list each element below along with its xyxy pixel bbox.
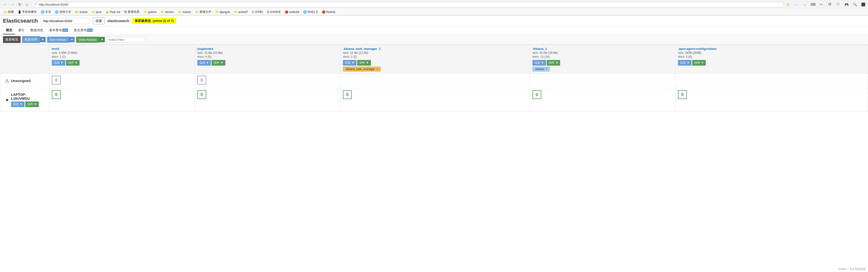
url-input[interactable] bbox=[41, 18, 90, 24]
bookmark-games[interactable]: 🌐 游戏大全 bbox=[54, 9, 73, 15]
game-icon[interactable]: 🎮 bbox=[843, 1, 849, 7]
bookmark-oracle[interactable]: 📂 oracle bbox=[74, 10, 89, 14]
more-icon[interactable]: ··· bbox=[794, 1, 799, 7]
action-btn-jtsgbindex[interactable]: 动作 ▼ bbox=[212, 60, 225, 65]
alias-badge-kibana1: .kibana ✕ bbox=[532, 66, 550, 72]
lightning-icon[interactable]: ⚡ bbox=[785, 1, 791, 7]
index-kibana-task-actions: 信息 ▼ 动作 ▼ bbox=[343, 60, 527, 65]
basic-query-add-button[interactable]: [+] bbox=[62, 28, 68, 32]
translate-icon[interactable]: 译 bbox=[827, 1, 833, 7]
bookmark-redhat[interactable]: 🔴 redhat6 bbox=[283, 10, 301, 14]
info-btn-kibana-task[interactable]: 信息 ▼ bbox=[343, 60, 356, 65]
view-aliases-button[interactable]: View Aliases bbox=[76, 36, 99, 43]
node-info-button[interactable]: 信息 ▼ bbox=[11, 102, 25, 107]
bookmark-jd[interactable]: 🌐 京东 bbox=[39, 9, 53, 15]
info-btn-kibana1[interactable]: 信息 ▼ bbox=[532, 60, 546, 65]
scissors-icon[interactable]: ✂ bbox=[818, 1, 824, 7]
index-jtsgbindex-actions: 信息 ▼ 动作 ▼ bbox=[197, 60, 338, 65]
view-aliases-btn-group: View Aliases ▼ bbox=[76, 36, 105, 43]
unassigned-label: ⚠ Unassigned bbox=[3, 76, 46, 86]
address-text: http://localhost:9100/ bbox=[39, 3, 781, 6]
action-btn-apm[interactable]: 动作 ▼ bbox=[692, 60, 706, 65]
reload-button[interactable]: ↻ bbox=[17, 1, 23, 7]
complex-query-add-button[interactable]: [+] bbox=[87, 28, 93, 32]
app-header: Elasticsearch 连接 elasticsearch 集群健康值: ye… bbox=[0, 16, 868, 27]
tab-data-browser[interactable]: 数据浏览 bbox=[28, 27, 46, 34]
back-button[interactable]: ← bbox=[2, 1, 8, 7]
tab-indices[interactable]: 索引 bbox=[15, 27, 28, 34]
node-action-button[interactable]: 动作 ▼ bbox=[25, 102, 39, 107]
home-button[interactable]: ⌂ bbox=[24, 1, 30, 7]
node-shard-jtsgbindex: 0 bbox=[195, 88, 340, 112]
index-name-kibana1: .kibana_1 bbox=[532, 47, 673, 51]
sort-order-dropdown[interactable]: ▼ bbox=[40, 37, 46, 42]
alias-close-kibana1[interactable]: ✕ bbox=[545, 67, 548, 71]
bookmark-zhi[interactable]: 知 最通俗易 bbox=[123, 9, 141, 15]
bookmark-csdn[interactable]: C (24条) bbox=[251, 9, 265, 15]
shard-box-node-apm: 0 bbox=[678, 90, 687, 99]
bookmark-django[interactable]: 📁 djangok bbox=[214, 10, 231, 14]
alias-badge-kibana-task: .kibana_task_manager ✕ bbox=[343, 66, 380, 72]
shield-icon[interactable]: 🛡 bbox=[835, 1, 841, 7]
info-btn-apm[interactable]: 信息 ▼ bbox=[678, 60, 691, 65]
index-kibana1-actions: 信息 ▼ 动作 ▼ bbox=[532, 60, 673, 65]
cluster-overview-button[interactable]: 集群概览 bbox=[3, 36, 21, 43]
bookmark-activiti[interactable]: 📁 activiti7 bbox=[232, 10, 250, 14]
action-btn-kibana-task[interactable]: 动作 ▼ bbox=[357, 60, 371, 65]
index-docs-kibana1: docs: 13 (16) bbox=[532, 55, 673, 58]
bookmark-new-file[interactable]: 📁 新建文件 bbox=[194, 9, 213, 15]
node-shard-test3: 0 bbox=[49, 88, 195, 112]
bookmark-favorites[interactable]: ⭐ 收藏 bbox=[2, 9, 15, 15]
connect-button[interactable]: 连接 bbox=[93, 18, 104, 24]
tab-basic-query[interactable]: 基本查询 [+] bbox=[46, 27, 71, 34]
forward-button[interactable]: → bbox=[9, 1, 15, 7]
keyboard-icon[interactable]: ⌨ bbox=[810, 1, 816, 7]
bookmarks-bar: ⭐ 收藏 📱 手机收藏夹 🌐 京东 🌐 游戏大全 📂 oracle 📁 java… bbox=[0, 9, 868, 15]
sort-indices-dropdown[interactable]: ▼ bbox=[69, 37, 75, 42]
main-content: test3 size: 3.95ki (3.95ki) docs: 1 (1) … bbox=[0, 45, 868, 112]
index-filter-input[interactable] bbox=[106, 36, 146, 43]
address-bar: 🛡 http://localhost:9100/ bbox=[31, 2, 783, 7]
view-aliases-dropdown[interactable]: ▼ bbox=[99, 37, 105, 42]
sort-indices-btn-group: Sort Indices ▼ bbox=[47, 36, 75, 43]
col-header-test3: test3 size: 3.95ki (3.95ki) docs: 1 (1) … bbox=[49, 45, 195, 74]
cluster-name: elasticsearch bbox=[107, 19, 129, 23]
bookmark-java[interactable]: 📁 java bbox=[90, 10, 103, 14]
bookmark-pear[interactable]: 🍐 Pear Ad bbox=[104, 10, 122, 14]
action-btn-test3[interactable]: 动作 ▼ bbox=[66, 60, 80, 65]
index-docs-test3: docs: 1 (1) bbox=[52, 55, 192, 58]
index-size-kibana-task: size: 12.4ki (12.4ki) bbox=[343, 51, 527, 55]
bookmark-redha[interactable]: 🔴 RedHa bbox=[320, 10, 337, 14]
cluster-health: 集群健康值: yellow (5 of 7) bbox=[132, 18, 176, 24]
index-size-apm: size: 283B (283B) bbox=[678, 51, 865, 55]
bookmark-docker[interactable]: 📁 docker bbox=[159, 10, 175, 14]
bookmark-python[interactable]: 📁 python bbox=[142, 10, 158, 14]
shard-box-node-kibana1: 0 bbox=[532, 90, 541, 99]
node-label: ★ LAPTOP-L16UVMGU 信息 ▼ 动作 ▼ bbox=[3, 90, 46, 110]
shard-box-unassigned-test3: 0 bbox=[52, 76, 61, 84]
alias-close-kibana-task[interactable]: ✕ bbox=[376, 67, 378, 71]
info-btn-jtsgbindex[interactable]: 信息 ▼ bbox=[197, 60, 211, 65]
bookmark-mobile[interactable]: 📱 手机收藏夹 bbox=[16, 9, 38, 15]
bookmark-maven[interactable]: 📁 maven bbox=[176, 10, 192, 14]
sort-order-button[interactable]: 集群排序 bbox=[22, 36, 40, 43]
unassigned-shard-kibana-task bbox=[340, 74, 530, 88]
info-btn-test3[interactable]: 信息 ▼ bbox=[52, 60, 65, 65]
apps-icon[interactable]: ⬛ bbox=[860, 1, 866, 7]
index-test3-actions: 信息 ▼ 动作 ▼ bbox=[52, 60, 192, 65]
search-icon[interactable]: 🔍 bbox=[852, 1, 858, 7]
action-btn-kibana1[interactable]: 动作 ▼ bbox=[547, 60, 560, 65]
bookmark-oracle2[interactable]: Ω oracle在 bbox=[266, 9, 283, 15]
node-name: LAPTOP-L16UVMGU bbox=[11, 92, 44, 101]
expand-icon[interactable]: ⌄ bbox=[802, 1, 808, 7]
bookmark-rhel[interactable]: 🌐 RHEL 6 bbox=[302, 10, 319, 14]
tab-complex-query[interactable]: 复合查询 [+] bbox=[71, 27, 96, 34]
index-name-jtsgbindex: jtsgbindex bbox=[197, 47, 338, 51]
index-size-jtsgbindex: size: 15.8ki (15.8ki) bbox=[197, 51, 338, 55]
sort-indices-button[interactable]: Sort Indices bbox=[47, 36, 69, 43]
security-icon: 🛡 bbox=[34, 3, 37, 6]
indices-table: test3 size: 3.95ki (3.95ki) docs: 1 (1) … bbox=[0, 45, 868, 112]
shard-box-node-kibana-task: 0 bbox=[343, 90, 352, 99]
shard-box-node-test3: 0 bbox=[52, 90, 61, 99]
tab-overview[interactable]: 概览 bbox=[3, 27, 15, 34]
